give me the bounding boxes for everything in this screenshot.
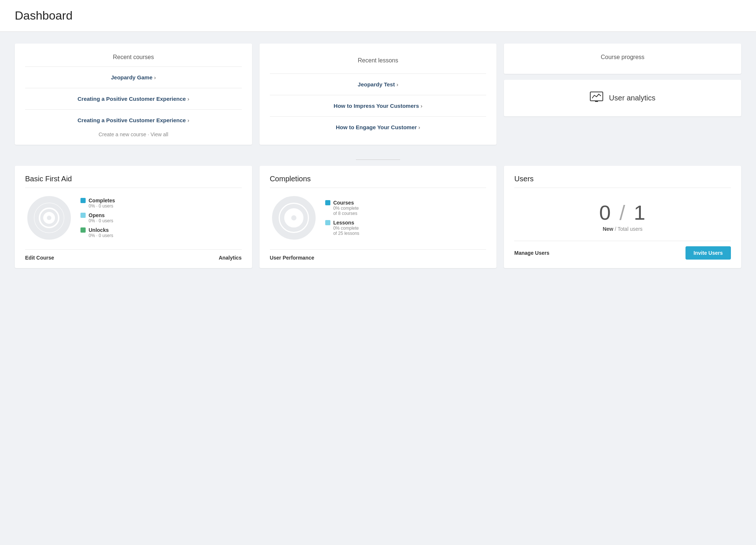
analytics-link[interactable]: Analytics — [219, 255, 241, 261]
analytics-icon — [590, 92, 603, 104]
completions-donut — [270, 194, 318, 242]
completes-dot — [80, 198, 86, 203]
completions-chart-area: Courses 0% completeof 8 courses Lessons … — [270, 194, 487, 242]
user-analytics-label: User analytics — [609, 94, 656, 102]
basic-first-aid-card: Basic First Aid Completes 0% · 0 user — [15, 166, 252, 268]
recent-courses-card: Recent courses Jeopardy Game › Creating … — [15, 44, 252, 145]
legend-lessons: Lessons 0% completeof 25 lessons — [325, 220, 360, 236]
course-link-2[interactable]: Creating a Positive Customer Experience … — [25, 92, 242, 106]
page-title: Dashboard — [15, 9, 741, 23]
users-stat: 0 / 1 New / Total users — [514, 192, 731, 238]
legend-unlocks: Unlocks 0% · 0 users — [80, 227, 115, 238]
users-card: Users 0 / 1 New / Total users Manage Use… — [504, 166, 741, 268]
main-content: Recent courses Jeopardy Game › Creating … — [0, 32, 756, 280]
svg-point-8 — [291, 215, 296, 220]
user-analytics-card[interactable]: User analytics — [504, 80, 741, 116]
basic-first-aid-chart-area: Completes 0% · 0 users Opens 0% · 0 user… — [25, 194, 242, 242]
users-label: New / Total users — [514, 226, 731, 232]
svg-point-5 — [47, 216, 51, 220]
users-footer: Manage Users Invite Users — [514, 241, 731, 260]
basic-first-aid-donut — [25, 194, 73, 242]
course-progress-title: Course progress — [514, 54, 731, 61]
view-all-link[interactable]: View all — [151, 131, 168, 137]
completions-card: Completions Courses 0% completeof 8 cour… — [260, 166, 497, 268]
basic-first-aid-title: Basic First Aid — [25, 175, 242, 183]
recent-lessons-card: Recent lessons Jeopardy Test › How to Im… — [260, 44, 497, 145]
recent-courses-title: Recent courses — [25, 54, 242, 61]
courses-dot — [325, 200, 330, 205]
users-title: Users — [514, 175, 731, 183]
invite-users-button[interactable]: Invite Users — [685, 246, 731, 260]
legend-opens: Opens 0% · 0 users — [80, 212, 115, 223]
completions-legend: Courses 0% completeof 8 courses Lessons … — [325, 200, 360, 236]
top-grid: Recent courses Jeopardy Game › Creating … — [15, 44, 741, 145]
lessons-dot — [325, 220, 330, 225]
lesson-link-1[interactable]: Jeopardy Test › — [270, 78, 487, 91]
user-performance-link[interactable]: User Performance — [270, 255, 315, 261]
header: Dashboard — [0, 0, 756, 32]
completions-footer: User Performance — [270, 249, 487, 261]
create-row: Create a new course · View all — [25, 131, 242, 137]
create-new-course-link[interactable]: Create a new course — [99, 131, 146, 137]
basic-first-aid-footer: Edit Course Analytics — [25, 249, 242, 261]
separator — [15, 157, 741, 166]
lesson-link-3[interactable]: How to Engage Your Customer › — [270, 120, 487, 134]
recent-lessons-title: Recent lessons — [270, 57, 487, 64]
basic-first-aid-legend: Completes 0% · 0 users Opens 0% · 0 user… — [80, 198, 115, 238]
completions-title: Completions — [270, 175, 487, 183]
course-link-3[interactable]: Creating a Positive Customer Experience … — [25, 113, 242, 127]
legend-courses: Courses 0% completeof 8 courses — [325, 200, 360, 216]
legend-completes: Completes 0% · 0 users — [80, 198, 115, 209]
manage-users-link[interactable]: Manage Users — [514, 250, 549, 256]
opens-dot — [80, 213, 86, 218]
right-column: Course progress User analytics — [504, 44, 741, 145]
course-progress-card: Course progress — [504, 44, 741, 74]
bottom-grid: Basic First Aid Completes 0% · 0 user — [15, 166, 741, 268]
edit-course-link[interactable]: Edit Course — [25, 255, 54, 261]
users-number: 0 / 1 — [514, 200, 731, 224]
course-link-1[interactable]: Jeopardy Game › — [25, 71, 242, 84]
unlocks-dot — [80, 227, 86, 233]
lesson-link-2[interactable]: How to Impress Your Customers › — [270, 99, 487, 113]
